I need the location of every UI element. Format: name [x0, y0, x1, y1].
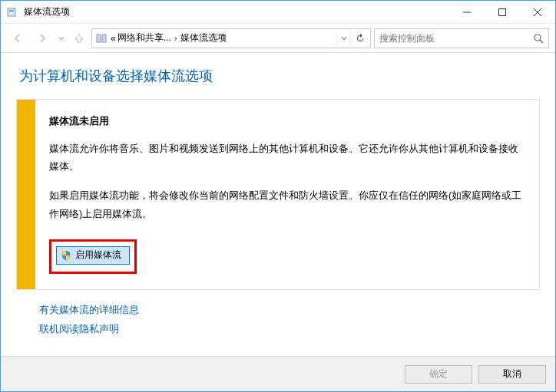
breadcrumb-prefix: «: [111, 33, 116, 44]
window-title: 媒体流选项: [24, 5, 449, 18]
breadcrumb[interactable]: « 网络和共享... › 媒体流选项: [109, 31, 336, 44]
app-icon: [7, 6, 19, 18]
notice-panel: 媒体流未启用 媒体流允许你将音乐、图片和视频发送到网络上的其他计算机和设备。它还…: [16, 99, 540, 290]
notice-paragraph: 媒体流允许你将音乐、图片和视频发送到网络上的其他计算机和设备。它还允许你从其他计…: [49, 140, 525, 177]
back-button[interactable]: [7, 28, 28, 49]
dialog-footer: 确定 取消: [1, 356, 555, 391]
svg-rect-3: [499, 8, 506, 15]
window-controls: [449, 1, 555, 23]
address-dropdown[interactable]: [336, 29, 350, 48]
up-button[interactable]: [70, 32, 88, 44]
notice-accent-bar: [17, 100, 35, 289]
svg-rect-1: [9, 10, 14, 12]
help-links: 有关媒体流的详细信息 联机阅读隐私声明: [16, 301, 540, 339]
maximize-button[interactable]: [485, 1, 520, 23]
page-heading: 为计算机和设备选择媒体流选项: [19, 67, 540, 85]
svg-rect-6: [97, 35, 101, 42]
notice-title: 媒体流未启用: [49, 112, 525, 131]
svg-rect-7: [102, 35, 106, 42]
history-dropdown[interactable]: [56, 35, 67, 41]
svg-line-9: [540, 40, 543, 43]
chevron-right-icon: ›: [173, 33, 179, 44]
address-bar[interactable]: « 网络和共享... › 媒体流选项: [91, 28, 371, 48]
notice-body: 媒体流未启用 媒体流允许你将音乐、图片和视频发送到网络上的其他计算机和设备。它还…: [35, 100, 539, 289]
tutorial-highlight: 启用媒体流: [49, 239, 137, 275]
close-button[interactable]: [520, 1, 555, 23]
notice-paragraph: 如果启用媒体流功能，将会修改你当前的网络配置文件和防火墙设置。你应仅在信任的网络…: [49, 187, 525, 224]
forward-button[interactable]: [31, 28, 53, 49]
location-icon: [94, 32, 109, 44]
enable-button-label: 启用媒体流: [75, 246, 121, 264]
privacy-link[interactable]: 联机阅读隐私声明: [39, 324, 119, 334]
svg-point-8: [534, 35, 541, 41]
breadcrumb-item[interactable]: 媒体流选项: [180, 31, 227, 44]
breadcrumb-item[interactable]: 网络和共享...: [117, 31, 171, 44]
more-info-link[interactable]: 有关媒体流的详细信息: [39, 305, 139, 315]
nav-bar: « 网络和共享... › 媒体流选项: [1, 24, 555, 53]
ok-button: 确定: [405, 365, 472, 384]
minimize-button[interactable]: [449, 1, 485, 23]
cancel-button[interactable]: 取消: [478, 365, 546, 384]
search-icon[interactable]: [528, 33, 548, 44]
content-area: 为计算机和设备选择媒体流选项 媒体流未启用 媒体流允许你将音乐、图片和视频发送到…: [1, 53, 555, 356]
enable-media-streaming-button[interactable]: 启用媒体流: [56, 246, 130, 265]
refresh-button[interactable]: [350, 29, 369, 48]
search-box[interactable]: [374, 28, 549, 48]
search-input[interactable]: [375, 33, 528, 44]
title-bar: 媒体流选项: [1, 1, 555, 24]
shield-icon: [60, 249, 72, 262]
svg-rect-0: [8, 8, 15, 16]
